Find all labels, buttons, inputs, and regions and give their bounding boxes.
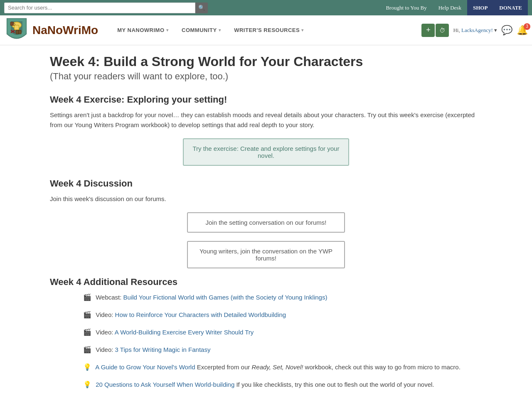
search-form: 🔍	[4, 2, 208, 13]
forum-button[interactable]: Join the setting conversation on our for…	[187, 212, 345, 233]
resource-link-5[interactable]: 20 Questions to Ask Yourself When World-…	[96, 381, 234, 388]
list-item: 💡 A Guide to Grow Your Novel's World Exc…	[83, 362, 482, 372]
logo-link[interactable]: NaNoWriMo	[4, 17, 98, 44]
add-button[interactable]: +	[421, 24, 435, 37]
nav-arrow-2: ▾	[301, 28, 304, 32]
writers-resources-nav[interactable]: WRITER'S RESOURCES ▾	[227, 15, 310, 45]
nav-bar: NaNoWriMo MY NANOWRIMO ▾ COMMUNITY ▾ WRI…	[0, 15, 532, 45]
greeting: Hi, LacksAgency! ▾	[453, 27, 497, 34]
username-link[interactable]: LacksAgency!	[461, 27, 493, 33]
lightbulb-icon-0: 💡	[83, 364, 91, 371]
exercise-button[interactable]: Try the exercise: Create and explore set…	[183, 138, 349, 166]
notifications-area[interactable]: 🔔 3	[517, 25, 528, 36]
exercise-text: Settings aren't just a backdrop for your…	[50, 110, 482, 130]
search-icon: 🔍	[198, 5, 205, 11]
search-input[interactable]	[4, 2, 195, 13]
top-bar: 🔍 Brought to You By Help Desk SHOP DONAT…	[0, 0, 532, 15]
resource-suffix-4: Excerpted from our Ready, Set, Novel! wo…	[197, 364, 461, 371]
resources-heading: Week 4 Additional Resources	[50, 277, 482, 287]
resource-prefix-2: Video:	[96, 329, 115, 336]
main-content: Week 4: Build a Strong World for Your Ch…	[37, 45, 495, 393]
resource-suffix-5: If you like checklists, try this one out…	[236, 381, 434, 388]
community-nav[interactable]: COMMUNITY ▾	[175, 15, 227, 45]
resource-prefix-0: Webcast:	[96, 294, 123, 301]
resource-link-3[interactable]: 3 Tips for Writing Magic in Fantasy	[115, 346, 211, 353]
discussion-text: Join this week's discussion on our forum…	[50, 194, 482, 204]
donate-link[interactable]: DONATE	[493, 0, 528, 15]
top-bar-right: Brought to You By Help Desk SHOP DONATE	[380, 0, 528, 15]
discussion-heading: Week 4 Discussion	[50, 178, 482, 189]
add-clock-group: + ⏱	[421, 24, 449, 37]
exercise-heading: Week 4 Exercise: Exploring your setting!	[50, 94, 482, 105]
list-item: 💡 20 Questions to Ask Yourself When Worl…	[83, 380, 482, 390]
resource-prefix-1: Video:	[96, 311, 115, 318]
page-subtitle: (That your readers will want to explore,…	[50, 71, 482, 82]
list-item: 🎬 Video: 3 Tips for Writing Magic in Fan…	[83, 345, 482, 355]
shop-link[interactable]: SHOP	[467, 0, 493, 15]
ywp-button[interactable]: Young writers, join the conversation on …	[187, 241, 345, 268]
lightbulb-icon-1: 💡	[83, 381, 91, 388]
logo-shield-icon	[4, 17, 29, 44]
svg-rect-1	[14, 25, 19, 29]
nav-arrow-0: ▾	[166, 28, 169, 32]
messages-icon[interactable]: 💬	[501, 25, 512, 36]
list-item: 🎬 Video: How to Reinforce Your Character…	[83, 310, 482, 320]
resource-prefix-3: Video:	[96, 346, 115, 353]
helpdesk-link[interactable]: Help Desk	[433, 0, 467, 15]
my-nanowrimo-nav[interactable]: MY NANOWRIMO ▾	[111, 15, 175, 45]
resource-link-2[interactable]: A World-Building Exercise Every Writer S…	[115, 329, 254, 336]
resource-link-0[interactable]: Build Your Fictional World with Games (w…	[123, 294, 328, 301]
video-icon-0: 🎬	[83, 294, 91, 301]
page-title: Week 4: Build a Strong World for Your Ch…	[50, 54, 482, 69]
video-icon-2: 🎬	[83, 329, 91, 336]
nav-right: + ⏱ Hi, LacksAgency! ▾ 💬 🔔 3	[421, 24, 528, 37]
brought-to-you-link[interactable]: Brought to You By	[380, 0, 432, 15]
resources-list: 🎬 Webcast: Build Your Fictional World wi…	[83, 292, 482, 393]
resource-link-4[interactable]: A Guide to Grow Your Novel's World	[95, 364, 195, 371]
list-item: 🎬 Webcast: Build Your Fictional World wi…	[83, 292, 482, 302]
video-icon-1: 🎬	[83, 311, 91, 318]
svg-rect-6	[10, 22, 13, 25]
main-nav: MY NANOWRIMO ▾ COMMUNITY ▾ WRITER'S RESO…	[111, 15, 310, 45]
notification-badge: 3	[524, 23, 530, 30]
clock-button[interactable]: ⏱	[436, 24, 449, 37]
search-button[interactable]: 🔍	[195, 2, 208, 13]
resource-link-1[interactable]: How to Reinforce Your Characters with De…	[115, 311, 286, 318]
list-item: 🎬 Video: A World-Building Exercise Every…	[83, 327, 482, 337]
video-icon-3: 🎬	[83, 346, 91, 353]
logo-text: NaNoWriMo	[32, 24, 98, 37]
nav-arrow-1: ▾	[219, 28, 221, 32]
